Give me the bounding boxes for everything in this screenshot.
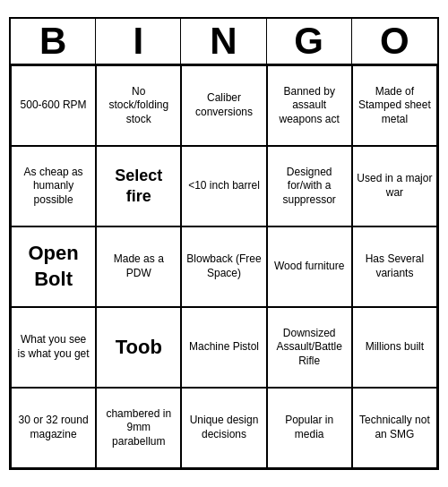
bingo-cell[interactable]: Downsized Assault/Battle Rifle (267, 307, 352, 388)
bingo-cell[interactable]: Made of Stamped sheet metal (352, 65, 437, 146)
bingo-cell[interactable]: Millions built (352, 307, 437, 388)
bingo-cell[interactable]: Popular in media (267, 388, 352, 468)
bingo-cell[interactable]: Open Bolt (11, 226, 96, 307)
bingo-cell[interactable]: Used in a major war (352, 146, 437, 226)
bingo-cell[interactable]: No stock/folding stock (96, 65, 181, 146)
bingo-cell[interactable]: 30 or 32 round magazine (11, 388, 96, 468)
bingo-card: BINGO 500-600 RPMNo stock/folding stockC… (9, 17, 439, 470)
bingo-header: BINGO (11, 19, 437, 65)
header-letter: I (96, 19, 181, 64)
header-letter: B (11, 19, 96, 64)
bingo-cell[interactable]: Select fire (96, 146, 181, 226)
bingo-cell[interactable]: <10 inch barrel (181, 146, 266, 226)
bingo-cell[interactable]: As cheap as humanly possible (11, 146, 96, 226)
header-letter: N (181, 19, 266, 64)
bingo-cell[interactable]: Technically not an SMG (352, 388, 437, 468)
bingo-cell[interactable]: What you see is what you get (11, 307, 96, 388)
bingo-cell[interactable]: chambered in 9mm parabellum (96, 388, 181, 468)
bingo-cell[interactable]: Caliber conversions (181, 65, 266, 146)
bingo-cell[interactable]: Machine Pistol (181, 307, 266, 388)
header-letter: O (352, 19, 437, 64)
bingo-cell[interactable]: Wood furniture (267, 226, 352, 307)
bingo-cell[interactable]: Made as a PDW (96, 226, 181, 307)
bingo-cell[interactable]: Has Several variants (352, 226, 437, 307)
bingo-cell[interactable]: Unique design decisions (181, 388, 266, 468)
bingo-cell[interactable]: Designed for/with a suppressor (267, 146, 352, 226)
bingo-cell[interactable]: Banned by assault weapons act (267, 65, 352, 146)
bingo-grid: 500-600 RPMNo stock/folding stockCaliber… (11, 65, 437, 468)
bingo-cell[interactable]: Toob (96, 307, 181, 388)
bingo-cell[interactable]: Blowback (Free Space) (181, 226, 266, 307)
bingo-cell[interactable]: 500-600 RPM (11, 65, 96, 146)
header-letter: G (267, 19, 352, 64)
